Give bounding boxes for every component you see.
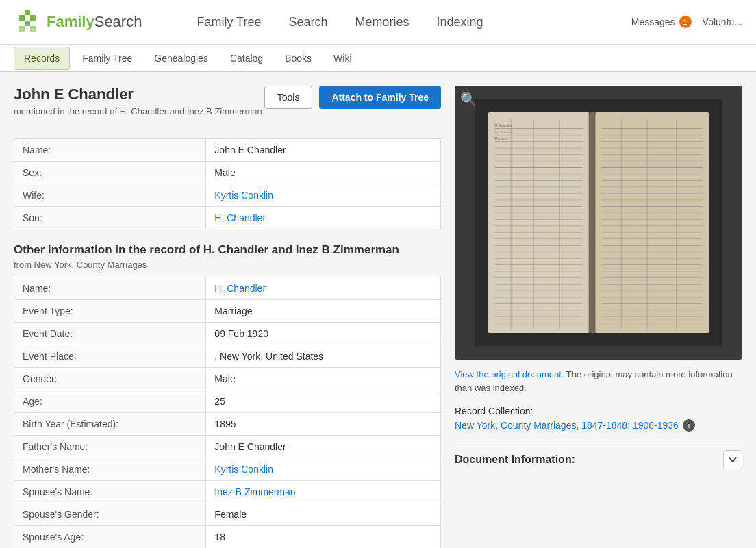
- table-row: Age: 25: [14, 390, 441, 413]
- field-value: 25: [206, 390, 441, 413]
- record-collection: Record Collection: New York, County Marr…: [455, 406, 742, 432]
- svg-rect-3: [25, 21, 30, 26]
- field-label: Sex:: [14, 162, 206, 184]
- person-subtitle: mentioned in the record of H. Chandler a…: [14, 106, 262, 116]
- chevron-down-icon[interactable]: [723, 450, 742, 469]
- field-label: Name:: [14, 277, 206, 300]
- svg-text:Marriage: Marriage: [494, 137, 507, 140]
- sec-nav-records[interactable]: Records: [14, 47, 70, 70]
- table-row: Gender: Male: [14, 368, 441, 390]
- field-value-link[interactable]: Inez B Zimmerman: [206, 481, 441, 503]
- top-right: Messages 1 Voluntu...: [631, 16, 742, 28]
- left-panel: John E Chandler mentioned in the record …: [14, 86, 441, 548]
- field-value: John E Chandler: [206, 139, 441, 162]
- field-value: Male: [206, 162, 441, 184]
- field-value: 1895: [206, 413, 441, 436]
- table-row: Father's Name: John E Chandler: [14, 436, 441, 458]
- logo[interactable]: FamilySearch: [14, 8, 142, 36]
- table-row: Mother's Name: Kyrtis Conklin: [14, 458, 441, 481]
- messages-badge[interactable]: Messages 1: [631, 16, 692, 28]
- table-row: Birth Year (Estimated): 1895: [14, 413, 441, 436]
- table-row: Name: H. Chandler: [14, 277, 441, 300]
- action-buttons: Tools Attach to Family Tree: [264, 86, 441, 109]
- sec-nav-wiki[interactable]: Wiki: [324, 47, 361, 69]
- document-info-header[interactable]: Document Information:: [455, 443, 742, 476]
- field-label: Birth Year (Estimated):: [14, 413, 206, 436]
- field-label: Event Type:: [14, 300, 206, 323]
- right-panel: 🔍: [455, 86, 742, 548]
- svg-text:H. Chandler: H. Chandler: [494, 124, 512, 127]
- field-value: 18: [206, 526, 441, 549]
- zoom-icon[interactable]: 🔍: [460, 91, 477, 108]
- svg-rect-7: [488, 112, 589, 333]
- record-collection-link[interactable]: New York, County Marriages, 1847-1848; 1…: [455, 420, 679, 431]
- svg-rect-0: [25, 10, 30, 15]
- field-value: John E Chandler: [206, 436, 441, 458]
- field-label: Spouse's Name:: [14, 481, 206, 503]
- attach-button[interactable]: Attach to Family Tree: [319, 86, 441, 109]
- field-label: Age:: [14, 390, 206, 413]
- nav-indexing[interactable]: Indexing: [437, 15, 483, 29]
- table-row: Spouse's Gender: Female: [14, 503, 441, 526]
- messages-count: 1: [679, 16, 692, 28]
- field-value-link[interactable]: H. Chandler: [206, 277, 441, 300]
- person-header: John E Chandler mentioned in the record …: [14, 86, 262, 116]
- person-name: John E Chandler: [14, 86, 262, 103]
- volunteer-link[interactable]: Voluntu...: [703, 16, 742, 27]
- sec-nav-family-tree[interactable]: Family Tree: [73, 47, 142, 69]
- field-label: Name:: [14, 139, 206, 162]
- field-value: Female: [206, 503, 441, 526]
- table-row: Event Date: 09 Feb 1920: [14, 323, 441, 345]
- top-bar: FamilySearch Family Tree Search Memories…: [0, 0, 756, 45]
- table-row: Son: H. Chandler: [14, 207, 441, 229]
- sec-nav-catalog[interactable]: Catalog: [220, 47, 273, 69]
- content: John E Chandler mentioned in the record …: [0, 72, 756, 548]
- logo-text: FamilySearch: [47, 13, 142, 31]
- field-label: Gender:: [14, 368, 206, 390]
- info-icon[interactable]: i: [683, 419, 695, 432]
- field-value: Male: [206, 368, 441, 390]
- field-label: Event Place:: [14, 345, 206, 368]
- svg-rect-5: [30, 26, 36, 32]
- field-value: 09 Feb 1920: [206, 323, 441, 345]
- field-label: Spouse's Age:: [14, 526, 206, 549]
- field-label: Son:: [14, 207, 206, 229]
- nav-memories[interactable]: Memories: [355, 15, 410, 29]
- svg-rect-1: [19, 15, 25, 21]
- document-info-title: Document Information:: [455, 453, 575, 466]
- field-label: Mother's Name:: [14, 458, 206, 481]
- record-collection-label: Record Collection:: [455, 406, 742, 416]
- messages-label: Messages: [631, 16, 675, 27]
- nav-family-tree[interactable]: Family Tree: [197, 15, 261, 29]
- field-label: Spouse's Gender:: [14, 503, 206, 526]
- document-image: H. Chandler Inez Zimmerman Marriage: [475, 99, 722, 346]
- field-value: Marriage: [206, 300, 441, 323]
- table-row: Name: John E Chandler: [14, 139, 441, 162]
- tools-button[interactable]: Tools: [264, 86, 313, 109]
- other-record-subheader: from New York, County Marriages: [14, 260, 441, 270]
- person-fields-table: Name: John E Chandler Sex: Male Wife: Ky…: [14, 138, 441, 229]
- field-label: Event Date:: [14, 323, 206, 345]
- view-original-section: View the original document. The original…: [455, 368, 742, 395]
- view-original-link[interactable]: View the original document.: [455, 369, 564, 379]
- nav-search[interactable]: Search: [288, 15, 327, 29]
- field-value: , New York, United States: [206, 345, 441, 368]
- field-label: Father's Name:: [14, 436, 206, 458]
- svg-rect-80: [588, 112, 595, 333]
- logo-icon: [14, 8, 41, 36]
- record-collection-row: New York, County Marriages, 1847-1848; 1…: [455, 419, 742, 432]
- field-label: Wife:: [14, 184, 206, 207]
- table-row: Spouse's Name: Inez B Zimmerman: [14, 481, 441, 503]
- field-value-link[interactable]: H. Chandler: [206, 207, 441, 229]
- sec-nav-genealogies[interactable]: Genealogies: [144, 47, 218, 69]
- sec-nav-books[interactable]: Books: [275, 47, 321, 69]
- secondary-nav: Records Family Tree Genealogies Catalog …: [0, 45, 756, 72]
- field-value-link[interactable]: Kyrtis Conklin: [206, 184, 441, 207]
- field-value-link[interactable]: Kyrtis Conklin: [206, 458, 441, 481]
- svg-rect-4: [19, 26, 25, 32]
- top-row: John E Chandler mentioned in the record …: [14, 86, 441, 127]
- svg-rect-2: [30, 15, 36, 21]
- table-row: Spouse's Age: 18: [14, 526, 441, 549]
- other-record-table: Name: H. Chandler Event Type: Marriage E…: [14, 277, 441, 548]
- table-row: Sex: Male: [14, 162, 441, 184]
